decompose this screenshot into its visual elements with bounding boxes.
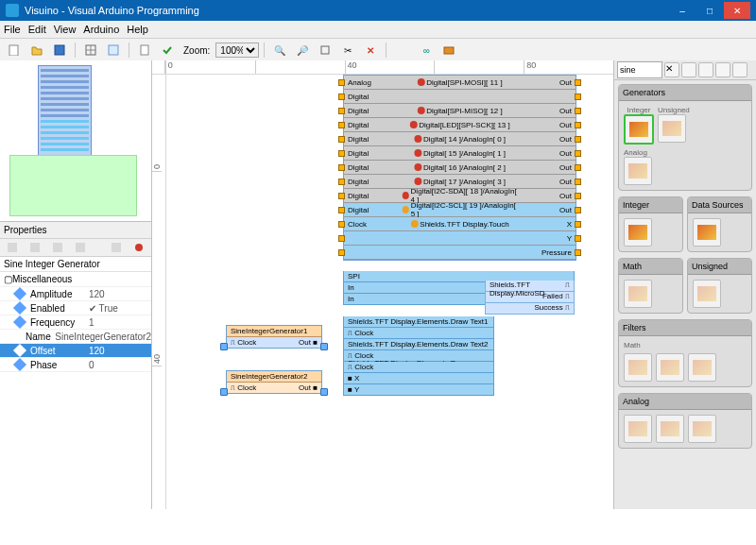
search-opt2-button[interactable] <box>698 62 713 77</box>
thumb-filter-2[interactable] <box>656 353 684 382</box>
board-row[interactable]: DigitalDigital[I2C-SCL][ 19 ]/AnalogIn[ … <box>344 203 576 217</box>
open-button[interactable] <box>26 41 47 60</box>
svg-rect-8 <box>444 47 454 54</box>
thumb-analog-3[interactable] <box>688 415 716 443</box>
block-sine-generator-1[interactable]: SineIntegerGenerator1 ⎍ ClockOut ■ <box>226 325 322 349</box>
prop-btn-6[interactable] <box>129 238 149 257</box>
svg-rect-9 <box>8 243 17 252</box>
thumb-filter-3[interactable] <box>688 353 716 382</box>
block-bitmap-xy[interactable]: ⎍ Clock■ X■ Y <box>343 362 494 396</box>
prop-name[interactable]: NameSineIntegerGenerator2 <box>0 330 151 344</box>
thumb-unsigned[interactable] <box>693 280 721 308</box>
prop-frequency[interactable]: Frequency1 <box>0 315 151 330</box>
search-clear-button[interactable]: ✕ <box>664 62 679 77</box>
board-row[interactable]: DigitalDigital[ 15 ]/AnalogIn[ 1 ]Out <box>344 146 576 161</box>
ruler-horizontal: 0 40 80 <box>152 60 613 75</box>
app-icon <box>6 4 19 17</box>
block-sine-generator-2[interactable]: SineIntegerGenerator2 ⎍ ClockOut ■ <box>226 370 322 394</box>
window-title: Visuino - Visual Arduino Programming <box>25 5 669 16</box>
svg-rect-6 <box>141 45 148 55</box>
prop-phase[interactable]: Phase0 <box>0 358 151 372</box>
menu-file[interactable]: File <box>4 24 21 35</box>
prop-enabled[interactable]: Enabled✔ True <box>0 301 151 315</box>
zoom-out-button[interactable]: 🔎 <box>292 41 313 60</box>
search-opt3-button[interactable] <box>715 62 730 77</box>
menu-view[interactable]: View <box>54 24 77 35</box>
svg-rect-1 <box>55 45 64 55</box>
palette-panels[interactable]: Generators Integer Unsigned <box>614 80 756 509</box>
palette-unsigned: Unsigned <box>687 258 752 314</box>
palette-generators: Generators Integer Unsigned <box>618 84 752 191</box>
search-opt4-button[interactable] <box>732 62 747 77</box>
properties-title: Properties <box>0 222 151 239</box>
overview-panel[interactable] <box>0 60 151 222</box>
thumb-generator-analog[interactable] <box>624 157 652 185</box>
new-button[interactable] <box>4 41 25 60</box>
window-minimize-button[interactable]: – <box>669 2 696 19</box>
board-row[interactable]: DigitalDigital[ 16 ]/AnalogIn[ 2 ]Out <box>344 161 576 175</box>
menu-arduino[interactable]: Arduino <box>83 24 119 35</box>
board-row[interactable]: ClockShields.TFT Display.TouchX <box>344 217 576 231</box>
thumb-generator-integer[interactable] <box>624 114 654 145</box>
thumb-generator-unsigned[interactable] <box>658 114 686 143</box>
prop-btn-3[interactable] <box>47 238 68 257</box>
board-row[interactable]: DigitalDigital[SPI-MISO][ 12 ]Out <box>344 104 576 118</box>
board-row[interactable]: DigitalDigital[ 14 ]/AnalogIn[ 0 ]Out <box>344 132 576 146</box>
check-button[interactable] <box>157 41 178 60</box>
prop-group-misc[interactable]: ▢ Miscellaneous <box>0 272 151 287</box>
board-button[interactable] <box>438 41 459 60</box>
block-tft-microsd[interactable]: Shields.TFT Display.MicroSD ⎍Failed ⎍Suc… <box>485 281 575 315</box>
prop-btn-5[interactable] <box>106 238 127 257</box>
thumb-math[interactable] <box>624 280 652 308</box>
doc-button[interactable] <box>134 41 155 60</box>
palette-integer: Integer <box>618 196 683 252</box>
snap-button[interactable] <box>103 41 124 60</box>
palette-search-row: ✕ <box>614 60 756 80</box>
zoom-fit-button[interactable] <box>315 41 335 60</box>
zoom-select[interactable]: 100% <box>215 43 259 58</box>
prop-btn-4[interactable] <box>70 238 91 257</box>
properties-tree[interactable]: Sine Integer Generator ▢ Miscellaneous A… <box>0 257 151 509</box>
board-row[interactable]: DigitalDigital[LED][SPI-SCK][ 13 ]Out <box>344 118 576 132</box>
canvas[interactable]: 040 SineIntegerGenerator1 ⎍ ClockOut ■ S… <box>152 75 613 509</box>
svg-rect-10 <box>30 243 40 252</box>
grid-button[interactable] <box>80 41 101 60</box>
svg-rect-5 <box>109 45 118 55</box>
thumb-integer[interactable] <box>624 218 652 247</box>
svg-rect-13 <box>112 243 121 252</box>
svg-rect-11 <box>53 243 62 252</box>
board-row[interactable]: Digital <box>344 90 576 104</box>
prop-btn-1[interactable] <box>2 238 23 257</box>
block-arduino-board[interactable]: AnalogDigital[SPI-MOSI][ 11 ]OutDigitalD… <box>343 75 576 261</box>
palette-math: Math <box>618 258 683 314</box>
prop-offset[interactable]: Offset120 <box>0 344 151 358</box>
arduino-icon[interactable]: ∞ <box>416 41 437 60</box>
window-titlebar: Visuino - Visual Arduino Programming – □… <box>0 0 756 21</box>
board-row[interactable]: AnalogDigital[SPI-MOSI][ 11 ]Out <box>344 76 576 90</box>
search-opt1-button[interactable] <box>681 62 696 77</box>
palette-data-sources: Data Sources <box>687 196 752 252</box>
thumb-filter-1[interactable] <box>624 353 652 382</box>
left-column: Properties Sine Integer Generator ▢ Misc… <box>0 60 152 509</box>
window-close-button[interactable]: ✕ <box>724 2 750 19</box>
delete-button[interactable]: ✕ <box>360 41 381 60</box>
save-button[interactable] <box>49 41 70 60</box>
prop-object-title: Sine Integer Generator <box>0 257 151 272</box>
window-maximize-button[interactable]: □ <box>696 2 723 19</box>
cut-button[interactable]: ✂ <box>337 41 358 60</box>
board-row[interactable]: Y <box>344 231 576 246</box>
properties-toolbar <box>0 239 151 257</box>
component-palette: ✕ Generators Integer <box>613 60 756 509</box>
thumb-data-source[interactable] <box>693 218 721 247</box>
prop-btn-2[interactable] <box>25 238 45 257</box>
prop-amplitude[interactable]: Amplitude120 <box>0 287 151 301</box>
svg-rect-7 <box>321 46 329 54</box>
palette-analog: Analog <box>618 393 752 449</box>
thumb-analog-2[interactable] <box>656 415 684 443</box>
zoom-in-button[interactable]: 🔍 <box>269 41 290 60</box>
board-row[interactable]: Pressure <box>344 246 576 260</box>
menu-edit[interactable]: Edit <box>28 24 46 35</box>
thumb-analog-1[interactable] <box>624 415 652 443</box>
menu-help[interactable]: Help <box>127 24 148 35</box>
palette-search-input[interactable] <box>617 61 662 78</box>
